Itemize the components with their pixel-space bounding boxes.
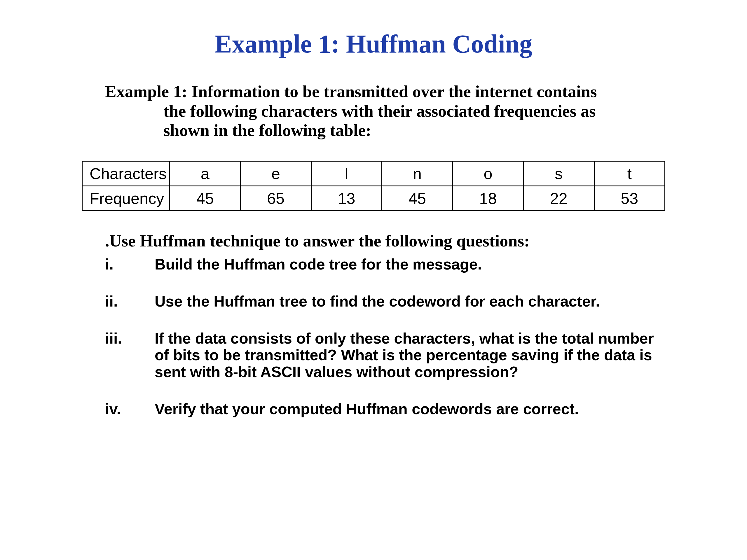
table-row: Characters a e l n o s t bbox=[82, 161, 665, 186]
question-text: Verify that your computed Huffman codewo… bbox=[155, 401, 665, 417]
table-cell: 53 bbox=[594, 186, 665, 211]
list-item: iii. If the data consists of only these … bbox=[105, 330, 665, 380]
row-header-frequency: Frequency bbox=[82, 186, 170, 211]
problem-statement: Example 1: Information to be transmitted… bbox=[105, 82, 665, 140]
question-numeral: iv. bbox=[105, 401, 155, 417]
question-numeral: ii. bbox=[105, 293, 155, 310]
table-cell: e bbox=[240, 161, 311, 186]
frequency-table: Characters a e l n o s t Frequency 45 65… bbox=[82, 161, 665, 211]
questions-list: i. Build the Huffman code tree for the m… bbox=[105, 256, 665, 417]
question-numeral: iii. bbox=[105, 330, 155, 347]
example-label: Example 1: bbox=[105, 82, 191, 101]
table-cell: 45 bbox=[170, 186, 240, 211]
question-text: Build the Huffman code tree for the mess… bbox=[155, 256, 665, 273]
row-header-characters: Characters bbox=[82, 161, 170, 186]
table-cell: s bbox=[523, 161, 594, 186]
table-cell: 45 bbox=[382, 186, 453, 211]
prompt-line-2: the following characters with their asso… bbox=[163, 102, 665, 121]
table-cell: 65 bbox=[240, 186, 311, 211]
list-item: iv. Verify that your computed Huffman co… bbox=[105, 401, 665, 417]
table-cell: t bbox=[594, 161, 665, 186]
instructions-heading: .Use Huffman technique to answer the fol… bbox=[105, 232, 665, 250]
table-cell: l bbox=[311, 161, 382, 186]
table-cell: 13 bbox=[311, 186, 382, 211]
table-cell: 22 bbox=[523, 186, 594, 211]
prompt-line-3: shown in the following table: bbox=[163, 121, 665, 140]
table-row: Frequency 45 65 13 45 18 22 53 bbox=[82, 186, 665, 211]
table-cell: 18 bbox=[453, 186, 523, 211]
table-cell: o bbox=[453, 161, 523, 186]
slide-title: Example 1: Huffman Coding bbox=[82, 29, 665, 59]
question-text: If the data consists of only these chara… bbox=[155, 330, 665, 380]
list-item: i. Build the Huffman code tree for the m… bbox=[105, 256, 665, 273]
table-cell: n bbox=[382, 161, 453, 186]
table-cell: a bbox=[170, 161, 240, 186]
prompt-line-1: Information to be transmitted over the i… bbox=[191, 82, 597, 101]
list-item: ii. Use the Huffman tree to find the cod… bbox=[105, 293, 665, 310]
question-numeral: i. bbox=[105, 256, 155, 273]
question-text: Use the Huffman tree to find the codewor… bbox=[155, 293, 665, 310]
